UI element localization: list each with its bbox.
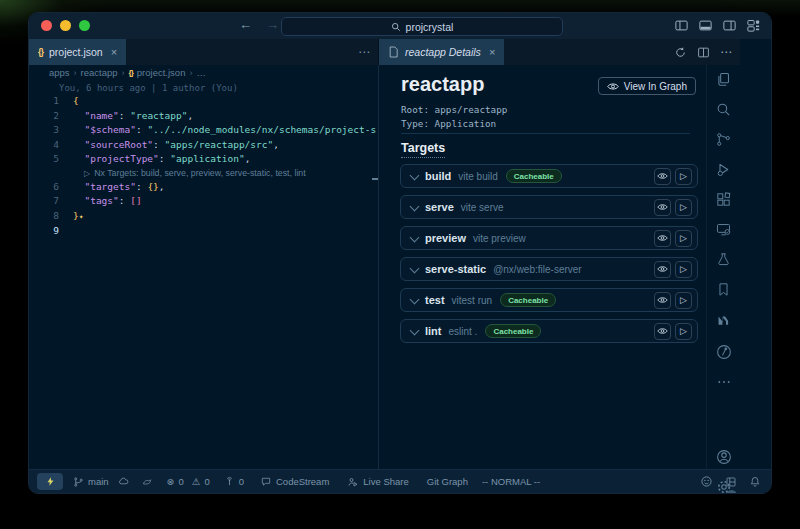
codestream-item[interactable]: CodeStream	[260, 476, 329, 487]
code-line-6[interactable]: 6 "targets": {},	[29, 180, 378, 195]
run-target-button[interactable]: ▷	[675, 261, 692, 278]
run-target-button[interactable]: ▷	[675, 230, 692, 247]
branch-name: main	[88, 476, 109, 487]
target-row-serve-static[interactable]: serve-static@nx/web:file-server▷	[400, 257, 698, 281]
target-row-preview[interactable]: previewvite preview▷	[400, 226, 698, 250]
search-query-text: projcrystal	[406, 21, 454, 33]
explorer-icon[interactable]	[707, 67, 740, 91]
eye-icon	[607, 82, 619, 91]
bell-icon[interactable]	[749, 475, 761, 488]
chevron-down-icon[interactable]	[410, 201, 420, 211]
code-editor[interactable]: 1{2 "name": "reactapp",3 "$schema": "../…	[29, 94, 378, 239]
close-tab-icon[interactable]: ×	[111, 46, 117, 58]
nx-console-icon[interactable]	[707, 308, 740, 332]
bookmarks-icon[interactable]	[707, 277, 740, 301]
target-row-test[interactable]: testvitest runCacheable▷	[400, 288, 698, 312]
code-line-9[interactable]: 9	[29, 224, 378, 239]
split-editor-icon[interactable]	[697, 46, 710, 59]
breadcrumb-item[interactable]: …	[196, 67, 206, 78]
target-name: test	[425, 294, 445, 306]
close-tab-icon[interactable]: ×	[489, 46, 495, 58]
project-details-panel: reactapp View In Graph Root: apps/reacta…	[379, 65, 706, 469]
source-control-icon[interactable]	[707, 127, 740, 151]
run-target-button[interactable]: ▷	[675, 199, 692, 216]
code-line-2[interactable]: 2 "name": "reactapp",	[29, 109, 378, 124]
more-views-icon[interactable]	[707, 370, 740, 394]
view-target-button[interactable]	[654, 230, 671, 247]
tab-reactapp-details[interactable]: reactapp Details ×	[379, 39, 504, 65]
run-target-button[interactable]: ▷	[675, 292, 692, 309]
tab-project-json[interactable]: {} project.json ×	[29, 39, 126, 65]
view-target-button[interactable]	[654, 199, 671, 216]
toggle-secondary-sidebar-icon[interactable]	[722, 18, 737, 33]
json-file-icon: {}	[129, 68, 133, 77]
bird-icon[interactable]	[141, 476, 153, 487]
code-text: "tags": []	[59, 194, 142, 209]
run-debug-icon[interactable]	[707, 157, 740, 181]
target-row-serve[interactable]: servevite serve▷	[400, 195, 698, 219]
git-blame-annotation[interactable]: You, 6 hours ago | 1 author (You)	[59, 83, 378, 93]
git-graph-icon[interactable]	[707, 340, 740, 364]
target-name: build	[425, 170, 451, 182]
customize-layout-icon[interactable]	[746, 18, 761, 33]
vim-mode-indicator[interactable]: -- NORMAL --	[482, 476, 540, 487]
more-actions-icon[interactable]: ⋯	[720, 45, 732, 59]
live-share-icon	[347, 476, 359, 488]
code-line-5[interactable]: 5 "projectType": "application",	[29, 152, 378, 167]
view-target-button[interactable]	[654, 261, 671, 278]
breadcrumb-item[interactable]: apps	[49, 67, 70, 78]
close-window-button[interactable]	[41, 20, 52, 31]
refresh-icon[interactable]	[674, 46, 687, 59]
ports-item[interactable]: 0	[224, 476, 244, 487]
target-row-lint[interactable]: linteslint .Cacheable▷	[400, 319, 698, 343]
settings-gear-icon[interactable]: 1	[707, 475, 740, 494]
command-center-search[interactable]: projcrystal	[281, 17, 563, 36]
target-row-build[interactable]: buildvite buildCacheable▷	[400, 164, 698, 188]
view-in-graph-button[interactable]: View In Graph	[598, 77, 696, 95]
view-target-button[interactable]	[654, 323, 671, 340]
breadcrumb-item[interactable]: project.json	[137, 67, 186, 78]
code-line-3[interactable]: 3 "$schema": "../../node_modules/nx/sche…	[29, 123, 378, 138]
code-line-1[interactable]: 1{	[29, 94, 378, 109]
chevron-down-icon[interactable]	[410, 294, 420, 304]
toggle-panel-icon[interactable]	[698, 18, 713, 33]
branch-icon	[73, 476, 84, 488]
divider	[401, 133, 690, 134]
code-line-7[interactable]: 7 "tags": []	[29, 194, 378, 209]
history-back-icon[interactable]: ←	[239, 17, 252, 32]
run-target-button[interactable]: ▷	[675, 323, 692, 340]
minimize-window-button[interactable]	[60, 20, 71, 31]
view-target-button[interactable]	[654, 168, 671, 185]
code-line-8[interactable]: 8}✦	[29, 209, 378, 225]
nx-targets-codelens[interactable]: ▷Nx Targets: build, serve, preview, serv…	[29, 167, 378, 180]
code-line-4[interactable]: 4 "sourceRoot": "apps/reactapp/src",	[29, 138, 378, 153]
cloud-sync-icon[interactable]	[117, 476, 130, 487]
run-target-button[interactable]: ▷	[675, 168, 692, 185]
account-icon[interactable]	[707, 445, 740, 469]
live-share-item[interactable]: Live Share	[347, 476, 408, 488]
testing-flask-icon[interactable]	[707, 247, 740, 271]
vscode-window: ← → projcrystal	[28, 12, 772, 494]
remote-explorer-icon[interactable]	[707, 217, 740, 241]
breadcrumb-item[interactable]: reactapp	[81, 67, 118, 78]
zoom-window-button[interactable]	[79, 20, 90, 31]
git-graph-item[interactable]: Git Graph	[427, 476, 468, 487]
chevron-down-icon[interactable]	[410, 325, 420, 335]
problems-item[interactable]: ⊗ 0 ⚠ 0	[167, 476, 210, 487]
chevron-down-icon[interactable]	[410, 232, 420, 242]
extensions-icon[interactable]	[707, 187, 740, 211]
history-forward-icon[interactable]: →	[266, 17, 279, 32]
sparkle-icon: ✦	[79, 212, 84, 221]
remote-indicator[interactable]	[37, 473, 63, 490]
search-icon[interactable]	[707, 97, 740, 121]
git-branch-item[interactable]: main	[73, 476, 109, 488]
chevron-down-icon[interactable]	[410, 263, 420, 273]
line-number: 9	[29, 224, 59, 239]
scrollbar-handle[interactable]	[372, 178, 379, 180]
code-token: :	[119, 110, 130, 121]
view-target-button[interactable]	[654, 292, 671, 309]
antenna-icon	[224, 476, 235, 487]
chevron-down-icon[interactable]	[410, 170, 420, 180]
editor-actions-more-icon[interactable]: ⋯	[358, 39, 370, 65]
toggle-sidebar-icon[interactable]	[674, 18, 689, 33]
